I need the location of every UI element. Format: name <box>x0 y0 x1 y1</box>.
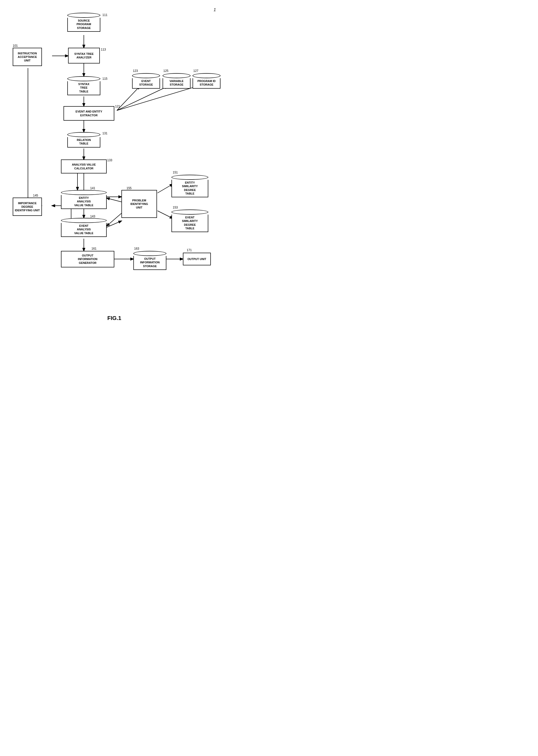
cylinder-top-vs <box>163 73 190 78</box>
svg-line-24 <box>107 198 122 202</box>
source-program-storage: SOURCE PROGRAM STORAGE <box>67 13 100 32</box>
cylinder-body-pids: PROGRAM ID STORAGE <box>192 78 221 89</box>
importance-degree-identifying-unit: IMPORTANCE DEGREE IDENTIFYING UNIT <box>13 198 42 216</box>
entity-analysis-value-table: ENTITY ANALYSIS VALUE TABLE <box>61 190 107 209</box>
ref-133: 133 <box>107 159 112 162</box>
cylinder-body-eavt: ENTITY ANALYSIS VALUE TABLE <box>61 195 107 209</box>
ref-111: 111 <box>102 13 107 17</box>
cylinder-top-stt <box>67 76 100 81</box>
cylinder-body-rt: RELATION TABLE <box>67 137 100 148</box>
entity-similarity-degree-table: ENTITY SIMILARITY DEGREE TABLE <box>172 175 208 197</box>
ref-171: 171 <box>187 248 192 252</box>
relation-table: RELATION TABLE <box>67 132 100 148</box>
ref-127: 127 <box>193 69 198 73</box>
ref-101: 101 <box>13 44 18 47</box>
cylinder-body-stt: SYNTAX TREE TABLE <box>67 81 100 95</box>
svg-line-18 <box>157 184 173 193</box>
svg-line-17 <box>107 221 122 227</box>
cylinder-top-esdt <box>172 175 208 180</box>
cylinder-top-eavt <box>61 190 107 195</box>
cylinder-top-rt <box>67 132 100 137</box>
svg-line-5 <box>117 86 168 111</box>
ref-125: 125 <box>163 69 168 73</box>
event-analysis-value-table: EVENT ANALYSIS VALUE TABLE <box>61 218 107 237</box>
variable-storage: VARIABLE STORAGE <box>163 73 190 89</box>
event-storage: EVENT STORAGE <box>132 73 160 89</box>
cylinder-top-source <box>67 13 100 18</box>
syntax-tree-analyzer: SYNTAX TREE ANALYZER <box>68 48 100 64</box>
patent-ref: 1 <box>214 8 216 12</box>
svg-line-6 <box>117 86 197 111</box>
output-information-storage: OUTPUT INFORMATION STORAGE <box>134 251 166 270</box>
ref-115: 115 <box>102 77 107 80</box>
cylinder-body-evavt: EVENT ANALYSIS VALUE TABLE <box>61 223 107 237</box>
cylinder-body-vs: VARIABLE STORAGE <box>163 78 190 89</box>
svg-line-25 <box>107 213 122 226</box>
cylinder-top-evavt <box>61 218 107 223</box>
ref-121: 121 <box>115 105 120 108</box>
ref-155: 155 <box>127 186 132 190</box>
ref-163: 163 <box>134 247 139 250</box>
fig-label: FIG.1 <box>5 315 224 322</box>
ref-123: 123 <box>133 69 138 73</box>
cylinder-top-evsdgt <box>172 210 208 215</box>
event-similarity-degree-table: EVENT SIMILARITY DEGREE TABLE <box>172 210 208 232</box>
cylinder-body-esdt: ENTITY SIMILARITY DEGREE TABLE <box>172 180 208 197</box>
ref-141: 141 <box>90 186 95 190</box>
cylinder-body-es: EVENT STORAGE <box>132 78 160 89</box>
ref-131: 131 <box>102 131 107 135</box>
svg-line-19 <box>157 211 173 219</box>
cylinder-top-ois <box>134 251 166 256</box>
output-unit: OUTPUT UNIT <box>183 253 211 265</box>
cylinder-body-ois: OUTPUT INFORMATION STORAGE <box>134 256 166 270</box>
syntax-tree-table: SYNTAX TREE TABLE <box>67 76 100 95</box>
svg-line-4 <box>117 86 140 111</box>
ref-143: 143 <box>90 215 95 218</box>
instruction-acceptance-unit: INSTRUCTION ACCEPTANCE UNIT <box>13 48 42 66</box>
problem-identifying-unit: PROBLEM IDENTIFYING UNIT <box>122 190 157 218</box>
analysis-value-calculator: ANALYSIS VALUE CALCULATOR <box>61 160 107 174</box>
ref-161: 161 <box>91 247 96 250</box>
cylinder-body-evsdgt: EVENT SIMILARITY DEGREE TABLE <box>172 215 208 232</box>
ref-113: 113 <box>101 48 106 51</box>
cylinder-top-es <box>132 73 160 78</box>
ref-145: 145 <box>33 194 38 197</box>
cylinder-top-pids <box>192 73 221 78</box>
cylinder-body-source: SOURCE PROGRAM STORAGE <box>67 18 100 32</box>
diagram: 1 <box>5 5 224 310</box>
output-information-generator: OUTPUT INFORMATION GENERATOR <box>61 251 114 268</box>
program-id-storage: PROGRAM ID STORAGE <box>192 73 221 89</box>
ref-151: 151 <box>173 171 178 174</box>
ref-153: 153 <box>173 206 178 209</box>
event-entity-extractor: EVENT AND ENTITY EXTRACTOR <box>64 106 114 121</box>
